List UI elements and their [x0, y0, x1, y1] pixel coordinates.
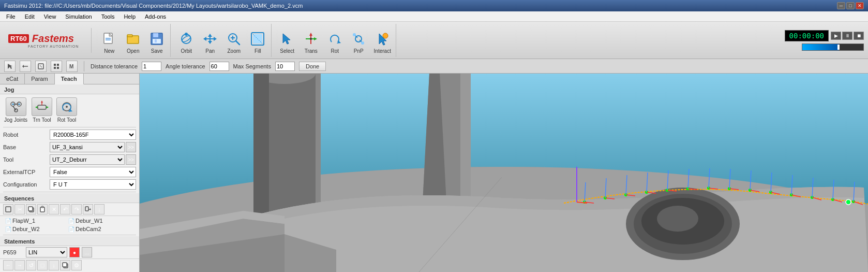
stmt-gray-btn[interactable]: … — [82, 247, 92, 257]
bottom-btn-next[interactable]: → — [14, 260, 25, 270]
bottom-btn-prev[interactable]: ← — [3, 260, 13, 270]
orbit-button[interactable]: Orbit — [175, 25, 198, 55]
seq-btn-paste[interactable] — [37, 204, 48, 214]
svg-marker-69 — [90, 208, 91, 210]
tb2-btn-4[interactable] — [51, 61, 62, 72]
pnp-button[interactable]: PnP — [347, 25, 370, 55]
trans-button[interactable]: Trans — [300, 25, 322, 55]
close-button[interactable]: ✕ — [856, 2, 864, 9]
angle-tolerance-label: Angle tolerance — [166, 63, 205, 69]
logo-text: Fastems — [32, 33, 74, 45]
tool-select[interactable]: UT_2_Deburr — [50, 154, 125, 165]
seq-item-debur-w1[interactable]: 📄 Debur_W1 — [66, 217, 128, 224]
divider-3 — [3, 235, 136, 235]
rot-button[interactable]: Rot — [323, 25, 346, 55]
open-icon — [125, 31, 141, 47]
distance-tolerance-input[interactable] — [142, 62, 161, 71]
bottom-btn-copy2[interactable] — [60, 260, 70, 270]
svg-point-61 — [66, 106, 68, 108]
menu-bar: File Edit View Simulation Tools Help Add… — [0, 11, 868, 22]
svg-rect-9 — [155, 39, 157, 42]
seq-btn-undo[interactable]: ↶ — [60, 204, 70, 214]
bottom-btn-down[interactable]: ↓ — [49, 260, 59, 270]
menu-view[interactable]: View — [40, 12, 61, 21]
new-button[interactable]: New — [98, 25, 121, 55]
zoom-button[interactable]: Zoom — [222, 25, 245, 55]
menu-tools[interactable]: Tools — [97, 12, 119, 21]
file-toolbar-group: New Open Save — [96, 24, 171, 57]
menu-file[interactable]: File — [2, 12, 20, 21]
menu-edit[interactable]: Edit — [21, 12, 39, 21]
svg-point-34 — [383, 33, 388, 38]
select-button[interactable]: Select — [276, 25, 298, 55]
seq-btn-cut[interactable]: ✂ — [14, 204, 25, 214]
tool-extra-btn[interactable]: >> — [126, 154, 136, 165]
tab-teach[interactable]: Teach — [55, 74, 84, 84]
fill-button[interactable]: Fill — [246, 25, 269, 55]
timer-value: 00:00:00 — [789, 32, 824, 40]
menu-simulation[interactable]: Simulation — [61, 12, 96, 21]
seq-btn-redo[interactable]: ↷ — [71, 204, 82, 214]
tab-ecat[interactable]: eCat — [0, 74, 25, 84]
main-content: eCat Param Teach Jog J — [0, 74, 868, 272]
tb2-btn-1[interactable] — [4, 61, 16, 72]
save-button[interactable]: Save — [145, 25, 168, 55]
svg-text:M: M — [69, 64, 73, 69]
trn-tool-button[interactable]: Trn Tool — [32, 97, 52, 123]
robot-select[interactable]: R2000B-165F — [50, 130, 136, 140]
stmt-red-btn[interactable]: ● — [69, 247, 80, 257]
svg-rect-5 — [127, 35, 132, 37]
stop-button[interactable]: ⏹ — [854, 32, 864, 40]
jog-joints-button[interactable]: Jog Joints — [4, 97, 27, 123]
seq-btn-import[interactable]: ↓ — [94, 204, 104, 214]
base-select[interactable]: UF_3_kansi — [50, 142, 125, 152]
seq-item-debcam2[interactable]: 📄 DebCam2 — [66, 225, 128, 233]
menu-help[interactable]: Help — [119, 12, 140, 21]
seq-item-flapw1[interactable]: 📄 FlapW_1 — [3, 217, 65, 224]
svg-marker-27 — [337, 41, 341, 44]
seq-item-debur-w2[interactable]: 📄 Debur_W2 — [3, 225, 65, 233]
slider-handle — [837, 45, 840, 50]
minimize-button[interactable]: ─ — [837, 2, 845, 9]
tool-value: UT_2_Deburr >> — [50, 154, 136, 165]
externaltcp-select[interactable]: False True — [50, 167, 136, 177]
base-extra-btn[interactable]: >> — [126, 142, 136, 152]
maximize-button[interactable]: □ — [846, 2, 855, 9]
seq-btn-copy[interactable] — [26, 204, 36, 214]
zoom-icon — [226, 31, 242, 47]
open-button[interactable]: Open — [122, 25, 144, 55]
svg-rect-41 — [57, 64, 59, 66]
pause-button[interactable]: ⏸ — [842, 32, 852, 40]
seq-btn-delete[interactable]: ✕ — [49, 204, 59, 214]
stmt-label: P659 — [3, 249, 24, 255]
open-label: Open — [127, 48, 139, 54]
svg-point-85 — [657, 206, 698, 232]
config-select[interactable]: F U T — [50, 179, 136, 190]
bottom-btn-settings[interactable]: ⚙ — [71, 260, 82, 270]
tb2-btn-5[interactable]: M — [66, 61, 78, 72]
pan-button[interactable]: Pan — [199, 25, 221, 55]
jog-icons: Jog Joints Trn Tool — [0, 94, 139, 126]
angle-tolerance-input[interactable] — [209, 62, 229, 71]
seq-btn-export[interactable] — [83, 204, 93, 214]
tab-param[interactable]: Param — [25, 74, 54, 84]
3d-viewport[interactable] — [140, 74, 868, 272]
stmt-select[interactable]: LIN PTP CIRC — [26, 247, 67, 257]
viewport-svg — [140, 74, 868, 272]
bottom-btn-refresh[interactable]: ↺ — [26, 260, 36, 270]
play-button[interactable]: ▶ — [831, 32, 841, 40]
seq-btn-new[interactable] — [3, 204, 13, 214]
trans-label: Trans — [305, 48, 318, 54]
rot-tool-button[interactable]: Rot Tool — [56, 97, 77, 123]
menu-addons[interactable]: Add-ons — [141, 12, 170, 21]
interact-button[interactable]: Interact — [371, 25, 394, 55]
tb2-btn-2[interactable] — [20, 61, 31, 72]
trn-tool-label: Trn Tool — [33, 117, 51, 123]
bottom-btn-new[interactable]: □ — [37, 260, 48, 270]
statements-section-header: Statements — [0, 236, 139, 246]
done-button[interactable]: Done — [299, 62, 326, 71]
speed-slider[interactable] — [802, 44, 864, 51]
max-segments-input[interactable] — [275, 62, 295, 71]
svg-marker-54 — [41, 101, 43, 103]
tb2-btn-3[interactable] — [35, 61, 47, 72]
